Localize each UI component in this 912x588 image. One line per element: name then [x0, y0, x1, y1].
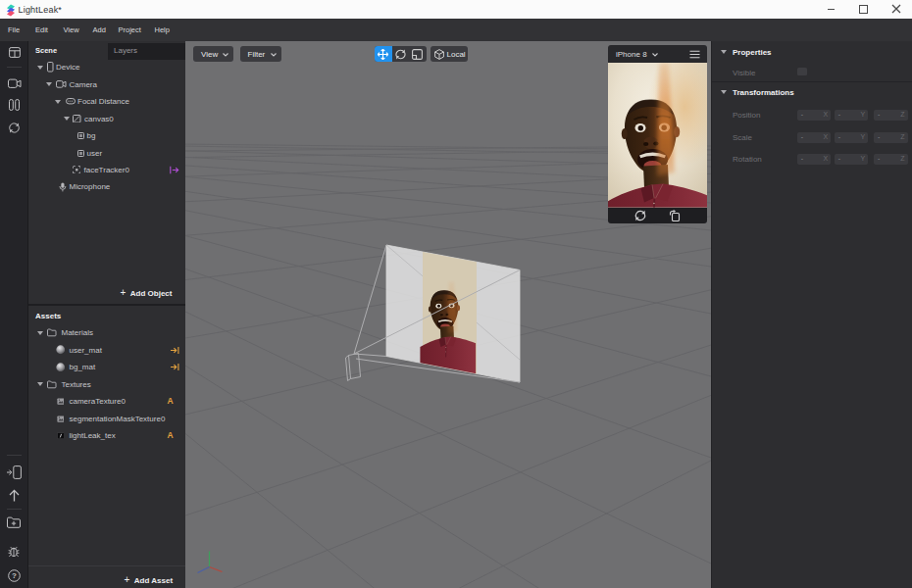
svg-text:?: ?: [12, 571, 17, 580]
